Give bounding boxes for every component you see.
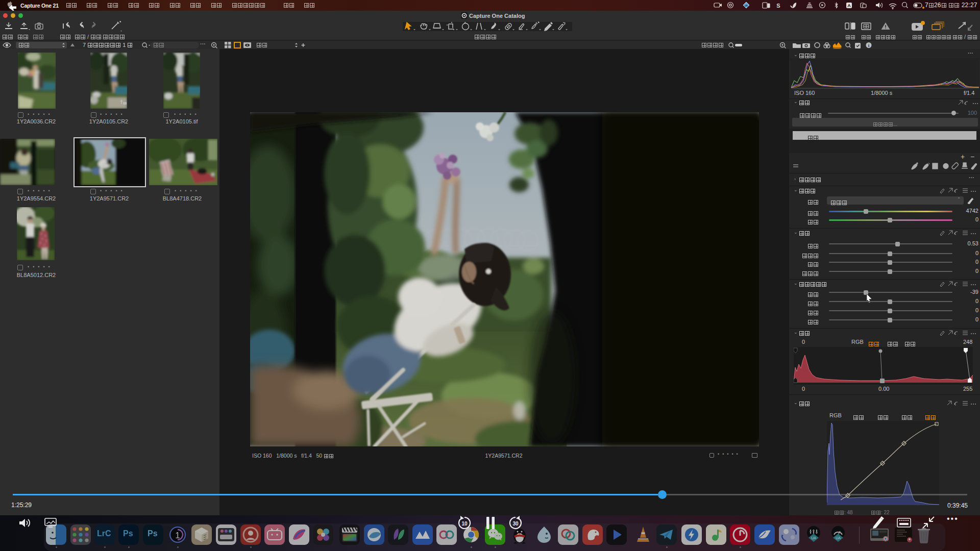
svg-text:S: S — [776, 3, 780, 9]
svg-text:1: 1 — [175, 531, 180, 540]
svg-text:UA: UA — [836, 536, 841, 540]
svg-text:A: A — [847, 3, 851, 8]
svg-text:10: 10 — [461, 521, 468, 527]
svg-text:IA: IA — [745, 4, 748, 7]
svg-text:30: 30 — [512, 521, 519, 527]
svg-text:UA: UA — [811, 536, 816, 540]
